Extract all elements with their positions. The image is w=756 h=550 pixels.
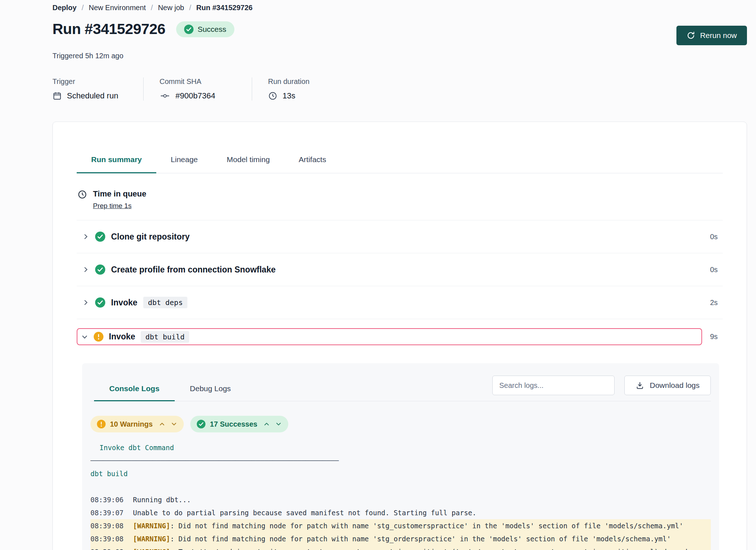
warnings-filter-pill[interactable]: 10 Warnings xyxy=(90,416,184,432)
download-logs-label: Download logs xyxy=(650,381,700,390)
warning-circle-icon xyxy=(94,332,103,342)
log-command-header: Invoke dbt Command xyxy=(90,441,711,454)
warning-tag: [WARNING] xyxy=(133,535,170,543)
meta-commit: Commit SHA #900b7364 xyxy=(160,77,252,101)
warning-tag: [WARNING] xyxy=(133,522,170,530)
rerun-now-button[interactable]: Rerun now xyxy=(676,26,747,45)
chevron-up-icon[interactable] xyxy=(159,421,165,427)
download-icon xyxy=(636,381,644,390)
run-detail-page: Deploy / New Environment / New job / Run… xyxy=(0,0,756,550)
queue-title: Time in queue xyxy=(93,189,146,199)
log-toolbar-actions: Download logs xyxy=(492,376,711,401)
chevron-up-icon[interactable] xyxy=(263,421,270,427)
log-warning-line: 08:39:08[WARNING]: Did not find matching… xyxy=(90,532,711,545)
meta-duration: Run duration 13s xyxy=(268,77,328,101)
tab-run-summary[interactable]: Run summary xyxy=(77,155,156,173)
step-invoke-dbt-build-header[interactable]: Invoke dbt build xyxy=(77,328,702,345)
log-timestamp: 08:39:08 xyxy=(90,548,124,550)
breadcrumb-deploy[interactable]: Deploy xyxy=(52,4,77,12)
title-wrap: Run #341529726 Success xyxy=(52,21,234,38)
tab-model-timing[interactable]: Model timing xyxy=(212,155,284,173)
log-line: 08:39:07Unable to do partial parsing bec… xyxy=(90,506,711,519)
log-blank-line xyxy=(90,480,711,493)
chevron-down-icon xyxy=(81,333,88,340)
check-circle-icon xyxy=(95,232,105,242)
tab-debug-logs[interactable]: Debug Logs xyxy=(175,384,246,401)
run-summary-card: Run summary Lineage Model timing Artifac… xyxy=(52,122,747,550)
meta-trigger: Trigger Scheduled run xyxy=(52,77,144,101)
log-toolbar: Console Logs Debug Logs Download logs xyxy=(90,376,711,401)
status-badge: Success xyxy=(176,21,234,37)
log-line: 08:39:06Running dbt... xyxy=(90,493,711,506)
tab-artifacts[interactable]: Artifacts xyxy=(284,155,341,173)
step-duration: 0s xyxy=(710,233,723,241)
clock-icon xyxy=(268,91,277,101)
step-command-chip: dbt build xyxy=(141,331,189,343)
chevron-right-icon xyxy=(82,299,89,306)
triggered-timestamp: Triggered 5h 12m ago xyxy=(52,52,747,60)
meta-commit-label: Commit SHA xyxy=(160,77,233,86)
check-circle-icon xyxy=(95,265,105,275)
prep-time-link[interactable]: Prep time 1s xyxy=(93,202,132,210)
meta-duration-label: Run duration xyxy=(268,77,310,86)
chevron-down-icon[interactable] xyxy=(171,421,177,427)
tab-lineage[interactable]: Lineage xyxy=(156,155,212,173)
breadcrumb-new-environment[interactable]: New Environment xyxy=(89,4,146,12)
log-output: Invoke dbt Command ─────────────────────… xyxy=(90,441,711,550)
log-panel: Console Logs Debug Logs Download logs xyxy=(82,363,719,550)
successes-filter-pill[interactable]: 17 Successes xyxy=(190,416,288,432)
log-warning-line: 08:39:08[WARNING]: Did not find matching… xyxy=(90,519,711,532)
chevron-right-icon xyxy=(82,233,89,240)
chevron-right-icon xyxy=(82,266,89,273)
meta-trigger-label: Trigger xyxy=(52,77,124,86)
log-timestamp: 08:39:06 xyxy=(90,496,124,504)
breadcrumb-separator: / xyxy=(151,4,153,12)
step-invoke-dbt-build: Invoke dbt build 9s xyxy=(77,328,723,345)
run-meta: Trigger Scheduled run Commit SHA #900b73… xyxy=(52,77,747,101)
download-logs-button[interactable]: Download logs xyxy=(624,376,711,395)
meta-commit-value: #900b7364 xyxy=(175,91,215,101)
step-title: Create profile from connection Snowflake xyxy=(111,265,276,275)
meta-trigger-value: Scheduled run xyxy=(67,91,118,101)
tab-console-logs[interactable]: Console Logs xyxy=(94,384,175,401)
step-invoke-dbt-deps[interactable]: Invoke dbt deps 2s xyxy=(77,286,723,319)
step-command-chip: dbt deps xyxy=(143,297,187,308)
log-divider-line: ────────────────────────────────────────… xyxy=(90,454,711,467)
log-warning-line: 08:39:08[WARNING]: Test 'test.admin_matu… xyxy=(90,545,711,550)
log-message: Running dbt... xyxy=(133,496,191,504)
log-command: dbt build xyxy=(90,467,711,480)
warning-circle-icon xyxy=(97,420,106,428)
rerun-now-label: Rerun now xyxy=(700,31,737,40)
log-message: Unable to do partial parsing because sav… xyxy=(133,509,476,517)
page-title: Run #341529726 xyxy=(52,21,165,38)
step-create-profile-snowflake[interactable]: Create profile from connection Snowflake… xyxy=(77,253,723,286)
breadcrumb-separator: / xyxy=(82,4,84,12)
breadcrumb-separator: / xyxy=(189,4,191,12)
run-tabs: Run summary Lineage Model timing Artifac… xyxy=(77,122,723,173)
step-title: Invoke xyxy=(109,332,135,342)
log-timestamp: 08:39:07 xyxy=(90,509,124,517)
warnings-count-label: 10 Warnings xyxy=(110,420,153,428)
step-clone-git-repository[interactable]: Clone git repository 0s xyxy=(77,220,723,253)
refresh-icon xyxy=(687,31,695,40)
status-badge-label: Success xyxy=(198,25,226,34)
check-circle-icon xyxy=(197,420,205,428)
warnings-nav xyxy=(159,421,177,427)
calendar-icon xyxy=(52,91,62,101)
search-logs-input[interactable] xyxy=(492,376,615,395)
time-in-queue-section: Time in queue Prep time 1s xyxy=(77,189,723,220)
check-circle-icon xyxy=(95,297,105,308)
log-filter-badges: 10 Warnings 17 Successes xyxy=(90,416,711,432)
step-title: Invoke xyxy=(111,298,137,308)
log-tabs: Console Logs Debug Logs xyxy=(90,384,246,401)
check-circle-icon xyxy=(184,25,194,34)
chevron-down-icon[interactable] xyxy=(275,421,282,427)
step-duration: 9s xyxy=(710,333,723,341)
breadcrumb-new-job[interactable]: New job xyxy=(158,4,184,12)
clock-icon xyxy=(77,190,87,210)
successes-nav xyxy=(263,421,282,427)
step-title: Clone git repository xyxy=(111,232,190,242)
step-duration: 2s xyxy=(710,299,723,307)
breadcrumb: Deploy / New Environment / New job / Run… xyxy=(52,4,747,12)
log-message: : Did not find matching node for patch w… xyxy=(170,522,683,530)
